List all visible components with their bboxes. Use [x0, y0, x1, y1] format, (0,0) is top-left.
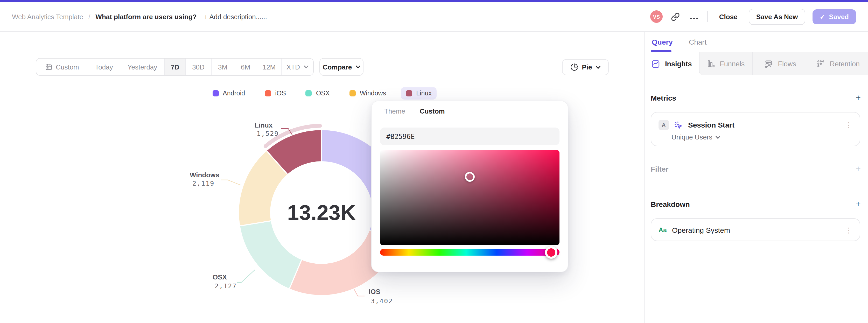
- share-link-button[interactable]: [670, 11, 681, 22]
- tab-custom[interactable]: Custom: [420, 107, 445, 115]
- filter-title: Filter: [651, 165, 669, 173]
- aggregation-label: Unique Users: [672, 133, 712, 141]
- funnels-icon: [707, 60, 715, 68]
- click-event-icon: [674, 121, 683, 129]
- series-badge: A: [658, 120, 669, 130]
- legend-swatch: [265, 90, 271, 96]
- active-tab-underline: [651, 50, 672, 52]
- donut-center-total: 13.23K: [287, 201, 356, 224]
- tab-funnels[interactable]: Funnels: [699, 52, 752, 75]
- color-selector-handle[interactable]: [465, 172, 475, 182]
- insights-icon: [652, 59, 660, 68]
- breakdown-options-button[interactable]: ⋮: [845, 226, 852, 234]
- add-metric-button[interactable]: +: [856, 93, 861, 102]
- pie-chart-icon: [570, 63, 578, 71]
- calendar-icon: [45, 63, 52, 70]
- slice-label-name: Linux: [255, 121, 273, 129]
- aggregation-select[interactable]: Unique Users: [672, 133, 860, 141]
- date-preset-30d[interactable]: 30D: [186, 59, 212, 75]
- date-preset-xtd[interactable]: XTD: [282, 59, 313, 75]
- color-picker-popover: Theme Custom #B2596E: [371, 101, 568, 272]
- breadcrumb-root-link[interactable]: Web Analytics Template: [12, 13, 83, 21]
- date-preset-custom[interactable]: Custom: [36, 59, 88, 75]
- metric-card-session-start[interactable]: A Session Start ⋮ Unique Users: [651, 112, 860, 146]
- legend-item-android[interactable]: Android: [207, 87, 250, 100]
- legend-item-ios[interactable]: iOS: [259, 87, 291, 100]
- legend-label: Windows: [360, 90, 386, 97]
- chevron-down-icon: [355, 65, 360, 68]
- add-breakdown-button[interactable]: +: [856, 200, 861, 208]
- label-leader-line: [221, 180, 241, 185]
- breakdown-title: Breakdown: [651, 200, 690, 208]
- close-button[interactable]: Close: [715, 9, 742, 24]
- metric-options-button[interactable]: ⋮: [845, 121, 852, 129]
- slice-label-value: 2,127: [215, 282, 237, 290]
- metrics-title: Metrics: [651, 94, 676, 102]
- saved-button[interactable]: ✓ Saved: [812, 9, 856, 24]
- compare-button[interactable]: Compare: [319, 58, 364, 76]
- legend-item-osx[interactable]: OSX: [301, 87, 335, 100]
- tab-theme[interactable]: Theme: [384, 107, 405, 115]
- breakdown-property-name[interactable]: Operating System: [672, 226, 730, 234]
- link-icon: [671, 12, 680, 21]
- legend-swatch: [349, 90, 356, 96]
- pie-slice-osx[interactable]: [240, 221, 302, 289]
- flows-icon: [765, 59, 773, 68]
- insight-editor-window: Web Analytics Template / What platform a…: [0, 0, 868, 323]
- slice-label-name: OSX: [213, 273, 227, 281]
- tab-flows[interactable]: Flows: [752, 52, 808, 75]
- metric-event-name[interactable]: Session Start: [688, 121, 735, 129]
- tab-chart[interactable]: Chart: [689, 38, 707, 46]
- date-preset-3m[interactable]: 3M: [212, 59, 235, 75]
- tab-query[interactable]: Query: [652, 38, 673, 46]
- page-title[interactable]: What platform are users using?: [95, 13, 196, 21]
- legend-item-linux[interactable]: Linux: [401, 87, 437, 100]
- sidebar-tabs: Query Chart: [645, 32, 868, 52]
- hex-color-input[interactable]: #B2596E: [380, 128, 559, 145]
- date-preset-7d[interactable]: 7D: [165, 59, 186, 75]
- chart-type-button[interactable]: Pie: [562, 59, 609, 75]
- filter-header: Filter +: [651, 164, 861, 173]
- add-description-button[interactable]: + Add description......: [204, 13, 267, 21]
- save-as-new-button[interactable]: Save As New: [749, 8, 805, 25]
- saved-button-label: Saved: [829, 13, 849, 21]
- date-preset-12m[interactable]: 12M: [257, 59, 282, 75]
- chart-panel: Custom Today Yesterday 7D 30D 3M 6M 12M …: [0, 32, 644, 323]
- string-property-icon: Aa: [658, 227, 667, 234]
- date-preset-label: Custom: [56, 63, 79, 71]
- legend-item-windows[interactable]: Windows: [344, 87, 391, 100]
- saturation-value-field[interactable]: [380, 150, 559, 245]
- hue-slider[interactable]: [380, 249, 559, 256]
- breakdown-card-operating-system[interactable]: Aa Operating System ⋮: [651, 218, 860, 241]
- hue-slider-handle[interactable]: [545, 246, 558, 258]
- legend-label: OSX: [316, 90, 330, 97]
- color-picker-tabs: Theme Custom: [380, 101, 559, 121]
- date-preset-today[interactable]: Today: [88, 59, 120, 75]
- more-menu-button[interactable]: [689, 11, 700, 22]
- metrics-header: Metrics +: [651, 93, 861, 102]
- avatar[interactable]: VS: [650, 10, 663, 23]
- chart-type-label: Pie: [582, 63, 592, 71]
- header-actions: VS Close Save As New ✓ Saved: [650, 8, 856, 25]
- chevron-down-icon: [716, 136, 720, 139]
- date-range-control: Custom Today Yesterday 7D 30D 3M 6M 12M …: [36, 58, 314, 76]
- tab-retention[interactable]: Retention: [808, 52, 868, 75]
- legend-label: Linux: [416, 90, 432, 97]
- chevron-down-icon: [304, 65, 308, 68]
- legend-label: Android: [223, 90, 245, 97]
- date-preset-yesterday[interactable]: Yesterday: [120, 59, 165, 75]
- accent-top-bar: [0, 0, 868, 2]
- chevron-down-icon: [596, 66, 600, 69]
- add-filter-button[interactable]: +: [856, 164, 861, 173]
- legend-swatch: [212, 90, 219, 96]
- breakdown-header: Breakdown +: [651, 200, 861, 208]
- ellipsis-icon: [690, 12, 699, 21]
- tab-insights[interactable]: Insights: [645, 52, 699, 75]
- compare-label: Compare: [323, 63, 352, 71]
- breadcrumb-separator: /: [88, 13, 90, 21]
- legend-label: iOS: [275, 90, 286, 97]
- query-sidebar: Query Chart Insights: [644, 32, 868, 323]
- header: Web Analytics Template / What platform a…: [0, 2, 868, 32]
- check-icon: ✓: [820, 13, 826, 21]
- date-preset-6m[interactable]: 6M: [235, 59, 257, 75]
